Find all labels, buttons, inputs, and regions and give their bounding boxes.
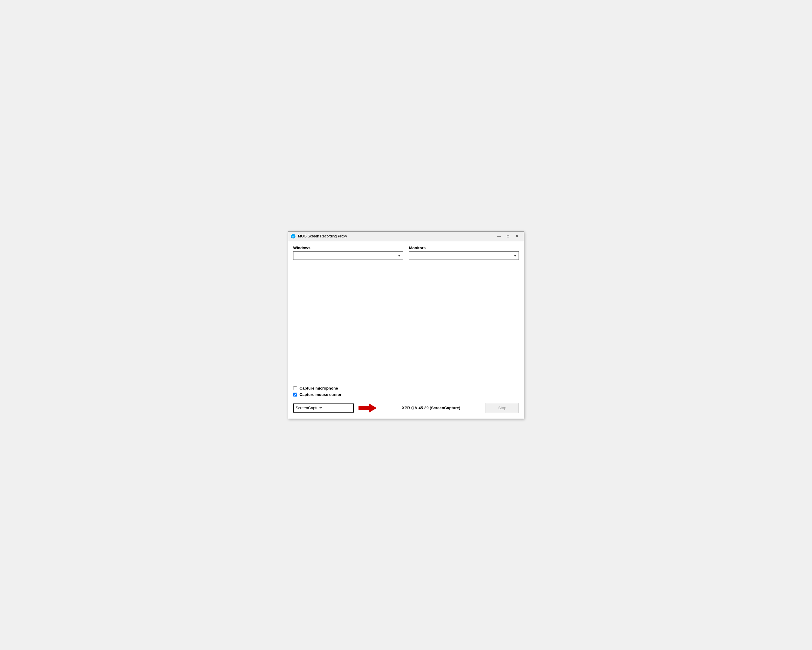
red-arrow-icon: [359, 403, 377, 413]
svg-text:G: G: [292, 235, 294, 238]
close-button[interactable]: ✕: [513, 233, 521, 239]
status-text: XPR-QA-45-39 (ScreenCapture): [382, 406, 481, 410]
maximize-button[interactable]: □: [504, 233, 512, 239]
windows-dropdown[interactable]: [293, 251, 403, 260]
minimize-button[interactable]: —: [495, 233, 503, 239]
capture-microphone-checkbox[interactable]: [293, 386, 297, 390]
svg-marker-2: [359, 403, 377, 413]
monitors-group: Monitors: [409, 246, 519, 260]
app-icon: G: [291, 234, 296, 239]
title-bar: G MOG Screen Recording Proxy — □ ✕: [288, 232, 524, 241]
title-bar-controls: — □ ✕: [495, 233, 521, 239]
stop-button[interactable]: Stop: [485, 403, 519, 413]
checkboxes-area: Capture microphone Capture mouse cursor: [293, 386, 519, 397]
microphone-row: Capture microphone: [293, 386, 519, 391]
windows-group: Windows: [293, 246, 403, 260]
middle-area: [293, 265, 519, 386]
cursor-row: Capture mouse cursor: [293, 392, 519, 397]
capture-cursor-checkbox[interactable]: [293, 393, 297, 397]
main-window: G MOG Screen Recording Proxy — □ ✕ Windo…: [288, 231, 524, 419]
window-title: MOG Screen Recording Proxy: [298, 234, 347, 238]
main-content: Windows Monitors Capture microphone: [288, 241, 524, 419]
monitors-label: Monitors: [409, 246, 519, 250]
bottom-bar: XPR-QA-45-39 (ScreenCapture) Stop: [293, 400, 519, 414]
title-bar-left: G MOG Screen Recording Proxy: [291, 234, 347, 239]
windows-label: Windows: [293, 246, 403, 250]
capture-microphone-label: Capture microphone: [299, 386, 338, 391]
monitors-dropdown[interactable]: [409, 251, 519, 260]
capture-name-input[interactable]: [293, 403, 354, 413]
capture-cursor-label: Capture mouse cursor: [299, 392, 342, 397]
dropdowns-row: Windows Monitors: [293, 246, 519, 260]
